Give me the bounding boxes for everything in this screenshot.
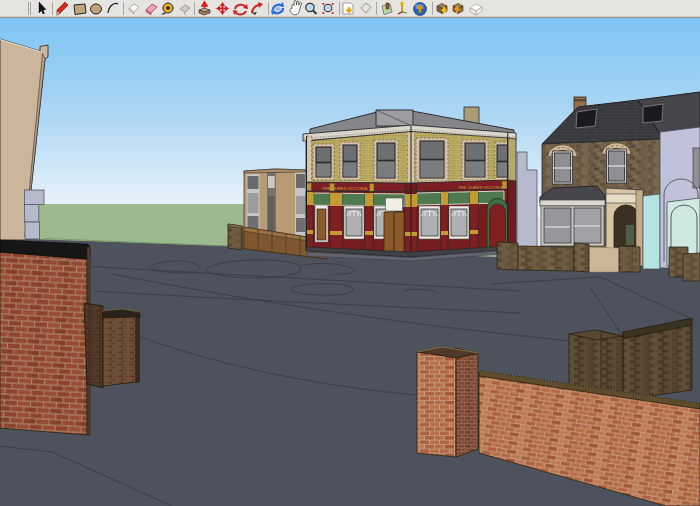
svg-text:THE QUEEN VICTORIA: THE QUEEN VICTORIA bbox=[458, 185, 504, 190]
svg-text:THE QUEEN VICTORIA: THE QUEEN VICTORIA bbox=[322, 186, 368, 191]
